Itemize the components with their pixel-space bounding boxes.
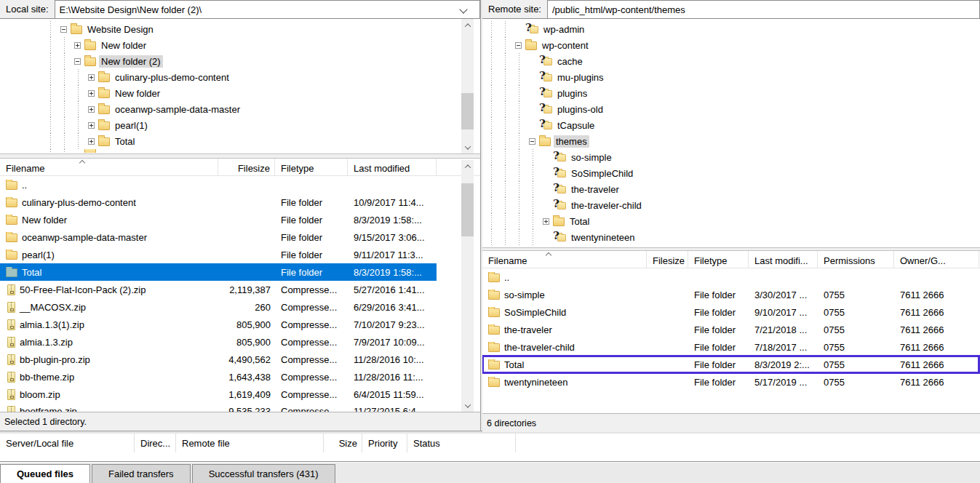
file-row-almia-1-3-zip[interactable]: almia.1.3.zip805,900Compresse...7/9/2017… (0, 333, 437, 351)
scroll-up-icon[interactable] (461, 19, 474, 31)
tab-queued-files[interactable]: Queued files (0, 464, 90, 483)
tree-guide (71, 69, 84, 85)
expand-icon[interactable] (88, 106, 95, 113)
local-tree-scrollbar[interactable] (461, 19, 474, 153)
tab-failed-transfers[interactable]: Failed transfers (92, 464, 191, 483)
tree-item-total[interactable]: Total (0, 133, 480, 149)
local-list-scrollbar[interactable] (461, 160, 474, 412)
remote-site-combobox[interactable]: /public_html/wp-content/themes (547, 0, 980, 18)
folder-icon (539, 137, 551, 146)
scroll-down-icon[interactable] (461, 141, 474, 153)
file-row-pearl-1-[interactable]: pearl(1)File folder9/11/2017 11:3... (0, 246, 437, 263)
column-header-remote-file[interactable]: Remote file (176, 434, 324, 452)
tree-item-wp-content[interactable]: wp-content (482, 37, 980, 53)
column-header-last-modifi-[interactable]: Last modifi... (749, 251, 818, 268)
column-header-priority[interactable]: Priority (362, 434, 407, 452)
file-row--[interactable]: .. (0, 176, 437, 193)
collapse-icon[interactable] (515, 42, 522, 49)
filename-label: SoSimpleChild (504, 307, 566, 318)
column-header-server-local-file[interactable]: Server/Local file (0, 434, 135, 452)
file-row-oceanwp-sample-data-master[interactable]: oceanwp-sample-data-masterFile folder9/1… (0, 228, 437, 246)
file-row-bb-plugin-pro-zip[interactable]: bb-plugin-pro.zip4,490,562Compresse...11… (0, 351, 437, 368)
tree-item-the-traveler-child[interactable]: the-traveler-child (482, 197, 980, 213)
folder-icon (98, 73, 110, 82)
tree-item-new-folder[interactable]: New folder (0, 37, 480, 53)
column-header-filename[interactable]: Filename (0, 159, 218, 175)
file-row--[interactable]: .. (482, 268, 979, 286)
tree-item-oceanwp-sample-data-master[interactable]: oceanwp-sample-data-master (0, 101, 480, 117)
file-row-bb-theme-zip[interactable]: bb-theme.zip1,643,438Compresse...11/28/2… (0, 368, 437, 386)
tree-item-wp-admin[interactable]: wp-admin (482, 21, 980, 37)
tree-item-so-simple[interactable]: so-simple (482, 149, 980, 165)
column-header-permissions[interactable]: Permissions (818, 251, 894, 268)
file-row-the-traveler[interactable]: the-travelerFile folder7/21/2018 ...0755… (482, 321, 979, 338)
file-row-almia-1-3-1-zip[interactable]: almia.1.3(1).zip805,900Compresse...7/10/… (0, 316, 437, 333)
tree-item-website-design[interactable]: Website Design (0, 21, 480, 37)
tree-guide (511, 213, 525, 229)
file-row-new-folder[interactable]: New folderFile folder8/3/2019 1:58:... (0, 211, 437, 228)
tab-successful-transfers-431-[interactable]: Successful transfers (431) (192, 464, 335, 483)
local-splitter[interactable] (0, 153, 480, 159)
scroll-down-icon[interactable] (461, 399, 474, 412)
collapse-icon[interactable] (74, 58, 81, 65)
file-row-bootframe-zip[interactable]: bootframe.zip9,535,233Compresse...11/27/… (0, 403, 437, 412)
column-header-last-modified[interactable]: Last modified (348, 159, 437, 175)
file-row-total[interactable]: TotalFile folder8/3/2019 1:58:... (0, 263, 437, 281)
tree-item-total[interactable]: Total (482, 213, 980, 229)
collapse-icon[interactable] (60, 26, 67, 33)
scrollbar-thumb[interactable] (461, 183, 474, 236)
scroll-up-icon[interactable] (461, 160, 474, 172)
zip-file-icon (7, 302, 15, 313)
file-row-the-traveler-child[interactable]: the-traveler-childFile folder7/18/2017 .… (482, 338, 979, 356)
expand-icon[interactable] (88, 122, 95, 129)
tree-item-cache[interactable]: cache (482, 53, 980, 69)
collapse-icon[interactable] (529, 138, 535, 145)
expand-icon[interactable] (88, 74, 95, 81)
column-header-direc-[interactable]: Direc... (135, 434, 176, 452)
tree-item[interactable] (0, 149, 480, 153)
tree-item-culinary-plus-demo-content[interactable]: culinary-plus-demo-content (0, 69, 480, 85)
tree-item-new-folder[interactable]: New folder (0, 85, 480, 101)
remote-site-bar: Remote site: /public_html/wp-content/the… (482, 0, 980, 19)
tree-item-mu-plugins[interactable]: mu-plugins (482, 69, 980, 85)
expand-icon[interactable] (88, 90, 95, 97)
column-header-status[interactable]: Status (407, 434, 516, 452)
tree-item-pearl-1-[interactable]: pearl(1) (0, 117, 480, 133)
column-header-owner-g-[interactable]: Owner/G... (894, 251, 979, 268)
filename-label: bb-theme.zip (20, 372, 74, 383)
file-row-twentynineteen[interactable]: twentynineteenFile folder5/17/2019 ...07… (482, 373, 979, 391)
tree-item-plugins-old[interactable]: plugins-old (482, 101, 980, 117)
chevron-down-icon[interactable] (459, 5, 467, 13)
column-header-filesize[interactable]: Filesize (647, 251, 688, 268)
tree-item-themes[interactable]: themes (482, 133, 980, 149)
column-header-filename[interactable]: Filename (482, 251, 647, 268)
scrollbar-thumb[interactable] (461, 93, 474, 129)
file-row-total[interactable]: TotalFile folder8/3/2019 2:...07557611 2… (482, 356, 979, 373)
file-row-culinary-plus-demo-content[interactable]: culinary-plus-demo-contentFile folder10/… (0, 193, 437, 211)
file-row-so-simple[interactable]: so-simpleFile folder3/30/2017 ...0755761… (482, 286, 979, 303)
filename-label: Total (504, 359, 524, 370)
transfer-queue-pane: Server/Local fileDirec...Remote fileSize… (0, 431, 980, 483)
expand-icon[interactable] (543, 218, 549, 225)
file-row-sosimplechild[interactable]: SoSimpleChildFile folder9/10/2017 ...075… (482, 303, 979, 321)
folder-icon (71, 25, 82, 34)
tree-item-sosimplechild[interactable]: SoSimpleChild (482, 165, 980, 181)
column-header-filesize[interactable]: Filesize (218, 159, 275, 175)
file-row-50-free-flat-icon-pack-2-zip[interactable]: 50-Free-Flat-Icon-Pack (2).zip2,119,387C… (0, 281, 437, 298)
tree-guide (511, 53, 525, 69)
tree-guide (1, 149, 15, 153)
expand-icon[interactable] (74, 42, 81, 49)
file-row--macosx-zip[interactable]: __MACOSX.zip260Compresse...6/29/2016 3:4… (0, 298, 437, 316)
column-header-filetype[interactable]: Filetype (688, 251, 749, 268)
column-header-size[interactable]: Size (324, 434, 362, 452)
tree-item-new-folder-2-[interactable]: New folder (2) (0, 53, 480, 69)
tree-item-plugins[interactable]: plugins (482, 85, 980, 101)
tree-item-the-traveler[interactable]: the-traveler (482, 181, 980, 197)
column-header-filetype[interactable]: Filetype (275, 159, 348, 175)
tree-item-twentynineteen[interactable]: twentynineteen (482, 229, 980, 245)
local-site-combobox[interactable]: E:\Website Design\New folder (2)\ (55, 0, 480, 18)
tree-guide (43, 53, 57, 69)
tree-item-tcapsule[interactable]: tCapsule (482, 117, 980, 133)
expand-icon[interactable] (88, 138, 95, 145)
file-row-bloom-zip[interactable]: bloom.zip1,619,409Compresse...6/4/2015 1… (0, 386, 437, 403)
